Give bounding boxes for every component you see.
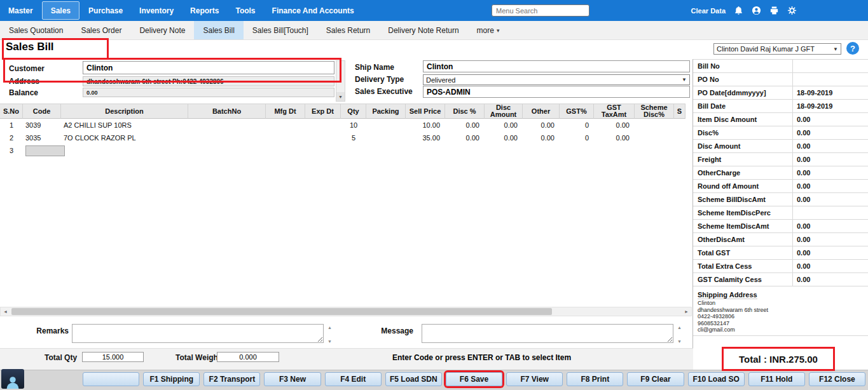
clear-data-button[interactable]: Clear Data <box>691 7 726 15</box>
summary-value[interactable]: 18-09-2019 <box>792 86 868 99</box>
summary-value[interactable] <box>792 206 868 219</box>
subnav-sales-bill[interactable]: Sales Bill <box>194 21 243 39</box>
summary-value[interactable]: 0.00 <box>792 113 868 126</box>
subnav-delivery-note-return[interactable]: Delivery Note Return <box>379 21 467 39</box>
shipping-address-block: Shipping Address Clinton dhandesshwaram … <box>693 286 868 336</box>
summary-value[interactable]: 0.00 <box>792 126 868 139</box>
menu-item-purchase[interactable]: Purchase <box>80 0 131 21</box>
subnav-sales-bill-touch[interactable]: Sales Bill[Touch] <box>244 21 317 39</box>
scrollbar-thumb[interactable] <box>11 308 552 315</box>
total-weight-input[interactable] <box>217 352 279 362</box>
address-label: Address <box>9 77 39 86</box>
remarks-textarea[interactable] <box>72 324 324 343</box>
subnav-sales-quotation[interactable]: Sales Quotation <box>0 21 72 39</box>
summary-label: Freight <box>693 153 792 166</box>
customer-input[interactable] <box>83 61 334 74</box>
customer-account-select[interactable]: Clinton David Raj Kumar J GFT ▼ <box>713 43 841 55</box>
summary-value[interactable]: 0.00 <box>792 166 868 179</box>
col-scheme-disc[interactable]: Scheme Disc% <box>635 104 674 119</box>
col-other[interactable]: Other <box>523 104 560 119</box>
col-gst-taxamt[interactable]: GST TaxAmt <box>594 104 635 119</box>
table-row[interactable]: 2 3035 7O CLOCK RAZOR PL 5 35.00 0.00 0.… <box>0 131 691 144</box>
sales-executive-input[interactable] <box>423 86 690 98</box>
scrollbar-track[interactable] <box>10 307 682 316</box>
fn-button-f11-hold[interactable]: F11 Hold <box>748 372 805 386</box>
fn-button-f4-edit[interactable]: F4 Edit <box>325 372 382 386</box>
ship-name-input[interactable] <box>423 60 690 72</box>
fn-button-f7-view[interactable]: F7 View <box>506 372 563 386</box>
scroll-down-icon[interactable]: ▼ <box>336 92 345 101</box>
fn-button-f2-transport[interactable]: F2 Transport <box>203 372 260 386</box>
summary-value[interactable]: 0.00 <box>792 260 868 272</box>
col-disc-amount[interactable]: Disc Amount <box>485 104 523 119</box>
user-avatar[interactable] <box>1 369 24 389</box>
menu-item-tools[interactable]: Tools <box>227 0 263 21</box>
fn-button-f6-save[interactable]: F6 Save <box>446 372 502 386</box>
support-icon[interactable] <box>752 6 761 15</box>
summary-value[interactable]: 0.00 <box>792 273 868 286</box>
menu-item-inventory[interactable]: Inventory <box>131 0 182 21</box>
subnav-more[interactable]: more ▾ <box>468 21 509 39</box>
col-description[interactable]: Description <box>61 104 188 119</box>
shipping-address-line: 0422-4932806 <box>698 313 864 320</box>
cell-exp-dt <box>305 131 341 144</box>
customer-form-scrollbar[interactable]: ▼ <box>336 60 345 102</box>
spinner-down-icon[interactable]: ▼ <box>327 339 332 344</box>
summary-value[interactable]: 0.00 <box>792 180 868 192</box>
summary-value[interactable] <box>792 60 868 72</box>
scroll-left-icon[interactable]: ◄ <box>1 307 10 316</box>
summary-value[interactable]: 0.00 <box>792 220 868 232</box>
spinner-down-icon[interactable]: ▼ <box>677 339 682 344</box>
spinner-up-icon[interactable]: ▲ <box>327 325 332 330</box>
printer-icon[interactable] <box>769 6 779 15</box>
fn-button-f12-close[interactable]: F12 Close <box>809 372 865 386</box>
table-row[interactable]: 1 3039 A2 CHILLI SUP 10RS 10 10.00 0.00 … <box>0 119 691 131</box>
summary-value[interactable]: 0.00 <box>792 153 868 166</box>
subnav-delivery-note[interactable]: Delivery Note <box>130 21 194 39</box>
table-row[interactable]: 3 <box>0 144 691 157</box>
help-button[interactable]: ? <box>846 42 859 55</box>
menu-item-reports[interactable]: Reports <box>182 0 227 21</box>
fn-button-f1-shipping[interactable]: F1 Shipping <box>143 372 200 386</box>
menu-search-input[interactable] <box>492 4 589 17</box>
table-horizontal-scrollbar[interactable]: ◄ ► <box>0 307 692 316</box>
spinner-up-icon[interactable]: ▲ <box>677 325 682 330</box>
summary-value[interactable]: 0.00 <box>792 233 868 246</box>
col-s[interactable]: S <box>674 104 685 119</box>
col-gst-pct[interactable]: GST% <box>560 104 594 119</box>
col-sell-price[interactable]: Sell Price <box>406 104 445 119</box>
menu-item-finance-and-accounts[interactable]: Finance And Accounts <box>264 0 362 21</box>
col-sno[interactable]: S.No <box>0 104 23 119</box>
col-qty[interactable]: Qty <box>341 104 366 119</box>
fn-button-f5-load-sdn[interactable]: F5 Load SDN <box>385 372 442 386</box>
summary-value[interactable]: 0.00 <box>792 140 868 152</box>
fn-button-f3-new[interactable]: F3 New <box>264 372 320 386</box>
subnav-sales-order[interactable]: Sales Order <box>72 21 130 39</box>
summary-value[interactable]: 18-09-2019 <box>792 100 868 112</box>
total-qty-input[interactable] <box>82 352 144 362</box>
fn-button-f9-clear[interactable]: F9 Clear <box>627 372 684 386</box>
fn-button-f10-load-so[interactable]: F10 Load SO <box>688 372 745 386</box>
delivery-type-select[interactable]: Delivered ▼ <box>423 74 690 85</box>
gear-icon[interactable] <box>787 6 797 15</box>
col-code[interactable]: Code <box>23 104 61 119</box>
summary-label: Disc Amount <box>693 140 792 152</box>
col-exp-dt[interactable]: Exp Dt <box>305 104 341 119</box>
col-disc-pct[interactable]: Disc % <box>445 104 485 119</box>
scroll-right-icon[interactable]: ► <box>682 307 691 316</box>
col-batchno[interactable]: BatchNo <box>188 104 266 119</box>
menu-item-sales[interactable]: Sales <box>42 1 79 20</box>
subnav-sales-return[interactable]: Sales Return <box>317 21 379 39</box>
fn-button-blank[interactable] <box>83 372 139 386</box>
summary-value[interactable]: 0.00 <box>792 246 868 259</box>
item-code-input[interactable] <box>25 145 65 156</box>
summary-value[interactable]: 0.00 <box>792 193 868 206</box>
summary-value[interactable] <box>792 73 868 86</box>
delivery-type-select-value: Delivered <box>426 76 455 84</box>
menu-item-master[interactable]: Master <box>0 0 41 21</box>
col-mfg-dt[interactable]: Mfg Dt <box>266 104 305 119</box>
col-packing[interactable]: Packing <box>366 104 406 119</box>
bell-icon[interactable] <box>734 6 743 15</box>
message-textarea[interactable] <box>422 324 673 343</box>
fn-button-f8-print[interactable]: F8 Print <box>567 372 623 386</box>
